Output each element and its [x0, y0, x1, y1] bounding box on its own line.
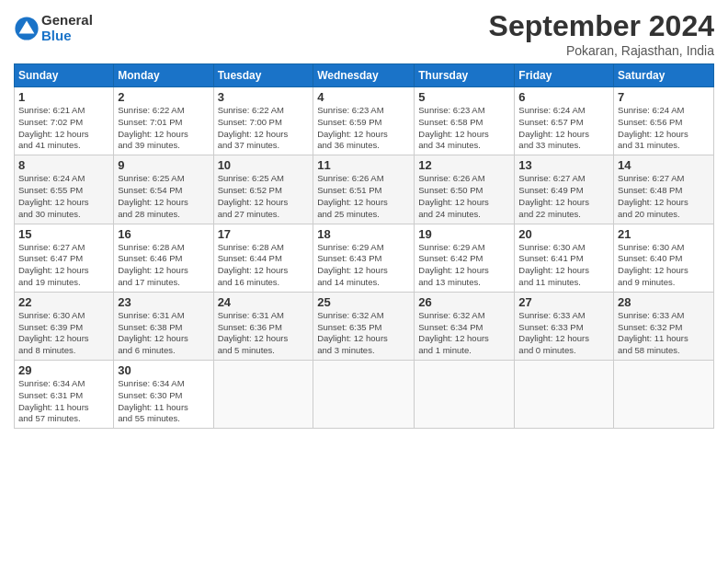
- day-cell: 2Sunrise: 6:22 AM Sunset: 7:01 PM Daylig…: [114, 87, 213, 155]
- day-cell: 10Sunrise: 6:25 AM Sunset: 6:52 PM Dayli…: [213, 155, 313, 224]
- day-info: Sunrise: 6:27 AM Sunset: 6:47 PM Dayligh…: [18, 242, 109, 289]
- day-info: Sunrise: 6:28 AM Sunset: 6:46 PM Dayligh…: [118, 242, 209, 289]
- week-row-3: 15Sunrise: 6:27 AM Sunset: 6:47 PM Dayli…: [15, 224, 714, 292]
- header-friday: Friday: [515, 64, 614, 87]
- day-info: Sunrise: 6:27 AM Sunset: 6:48 PM Dayligh…: [618, 173, 710, 220]
- day-info: Sunrise: 6:25 AM Sunset: 6:54 PM Dayligh…: [118, 173, 209, 220]
- day-number: 14: [618, 158, 710, 172]
- day-number: 4: [317, 90, 410, 104]
- day-number: 15: [18, 227, 109, 241]
- day-number: 26: [418, 295, 510, 309]
- day-cell: 24Sunrise: 6:31 AM Sunset: 6:36 PM Dayli…: [213, 292, 313, 360]
- week-row-2: 8Sunrise: 6:24 AM Sunset: 6:55 PM Daylig…: [15, 155, 714, 224]
- day-number: 1: [18, 90, 109, 104]
- day-cell: 11Sunrise: 6:26 AM Sunset: 6:51 PM Dayli…: [313, 155, 415, 224]
- day-info: Sunrise: 6:29 AM Sunset: 6:42 PM Dayligh…: [418, 242, 510, 289]
- day-info: Sunrise: 6:23 AM Sunset: 6:58 PM Dayligh…: [418, 105, 510, 152]
- day-cell: 13Sunrise: 6:27 AM Sunset: 6:49 PM Dayli…: [515, 155, 614, 224]
- day-cell: 8Sunrise: 6:24 AM Sunset: 6:55 PM Daylig…: [15, 155, 114, 224]
- day-number: 27: [518, 295, 609, 309]
- day-cell: 23Sunrise: 6:31 AM Sunset: 6:38 PM Dayli…: [114, 292, 213, 360]
- day-number: 7: [618, 90, 710, 104]
- calendar-container: General Blue September 2024 Pokaran, Raj…: [0, 0, 728, 438]
- day-number: 22: [18, 295, 109, 309]
- day-info: Sunrise: 6:33 AM Sunset: 6:32 PM Dayligh…: [618, 310, 710, 357]
- day-cell: 14Sunrise: 6:27 AM Sunset: 6:48 PM Dayli…: [614, 155, 714, 224]
- day-cell: [213, 361, 313, 429]
- day-number: 10: [218, 158, 310, 172]
- day-info: Sunrise: 6:26 AM Sunset: 6:51 PM Dayligh…: [317, 173, 410, 220]
- week-row-4: 22Sunrise: 6:30 AM Sunset: 6:39 PM Dayli…: [15, 292, 714, 360]
- logo: General Blue: [14, 13, 93, 43]
- logo-icon: [14, 16, 40, 41]
- day-number: 12: [418, 158, 510, 172]
- header-tuesday: Tuesday: [213, 64, 313, 87]
- day-info: Sunrise: 6:30 AM Sunset: 6:39 PM Dayligh…: [18, 310, 109, 357]
- day-info: Sunrise: 6:34 AM Sunset: 6:30 PM Dayligh…: [118, 378, 209, 425]
- day-info: Sunrise: 6:31 AM Sunset: 6:38 PM Dayligh…: [118, 310, 209, 357]
- calendar-table: Sunday Monday Tuesday Wednesday Thursday…: [14, 63, 714, 429]
- day-number: 29: [18, 363, 109, 377]
- day-number: 24: [218, 295, 310, 309]
- day-number: 20: [518, 227, 609, 241]
- logo-general: General: [41, 12, 93, 28]
- day-cell: 16Sunrise: 6:28 AM Sunset: 6:46 PM Dayli…: [114, 224, 213, 292]
- day-cell: 18Sunrise: 6:29 AM Sunset: 6:43 PM Dayli…: [313, 224, 415, 292]
- day-number: 28: [618, 295, 710, 309]
- day-cell: 28Sunrise: 6:33 AM Sunset: 6:32 PM Dayli…: [614, 292, 714, 360]
- day-cell: 7Sunrise: 6:24 AM Sunset: 6:56 PM Daylig…: [614, 87, 714, 155]
- day-cell: 22Sunrise: 6:30 AM Sunset: 6:39 PM Dayli…: [15, 292, 114, 360]
- day-number: 30: [118, 363, 209, 377]
- day-cell: 17Sunrise: 6:28 AM Sunset: 6:44 PM Dayli…: [213, 224, 313, 292]
- week-row-1: 1Sunrise: 6:21 AM Sunset: 7:02 PM Daylig…: [15, 87, 714, 155]
- header-sunday: Sunday: [15, 64, 114, 87]
- header-wednesday: Wednesday: [313, 64, 415, 87]
- day-info: Sunrise: 6:23 AM Sunset: 6:59 PM Dayligh…: [317, 105, 410, 152]
- header-thursday: Thursday: [415, 64, 515, 87]
- day-number: 17: [218, 227, 310, 241]
- day-cell: 12Sunrise: 6:26 AM Sunset: 6:50 PM Dayli…: [415, 155, 515, 224]
- day-cell: 27Sunrise: 6:33 AM Sunset: 6:33 PM Dayli…: [515, 292, 614, 360]
- day-info: Sunrise: 6:32 AM Sunset: 6:35 PM Dayligh…: [317, 310, 410, 357]
- day-info: Sunrise: 6:24 AM Sunset: 6:56 PM Dayligh…: [618, 105, 710, 152]
- day-info: Sunrise: 6:34 AM Sunset: 6:31 PM Dayligh…: [18, 378, 109, 425]
- day-info: Sunrise: 6:22 AM Sunset: 7:01 PM Dayligh…: [118, 105, 209, 152]
- day-number: 23: [118, 295, 209, 309]
- day-cell: 20Sunrise: 6:30 AM Sunset: 6:41 PM Dayli…: [515, 224, 614, 292]
- day-cell: 30Sunrise: 6:34 AM Sunset: 6:30 PM Dayli…: [114, 361, 213, 429]
- day-number: 11: [317, 158, 410, 172]
- day-number: 18: [317, 227, 410, 241]
- title-block: September 2024 Pokaran, Rajasthan, India: [489, 9, 714, 58]
- header-row: General Blue September 2024 Pokaran, Raj…: [14, 9, 714, 58]
- day-info: Sunrise: 6:27 AM Sunset: 6:49 PM Dayligh…: [518, 173, 609, 220]
- day-info: Sunrise: 6:22 AM Sunset: 7:00 PM Dayligh…: [218, 105, 310, 152]
- day-info: Sunrise: 6:24 AM Sunset: 6:57 PM Dayligh…: [518, 105, 609, 152]
- day-info: Sunrise: 6:21 AM Sunset: 7:02 PM Dayligh…: [18, 105, 109, 152]
- day-info: Sunrise: 6:29 AM Sunset: 6:43 PM Dayligh…: [317, 242, 410, 289]
- day-cell: [515, 361, 614, 429]
- day-info: Sunrise: 6:25 AM Sunset: 6:52 PM Dayligh…: [218, 173, 310, 220]
- day-info: Sunrise: 6:33 AM Sunset: 6:33 PM Dayligh…: [518, 310, 609, 357]
- header-monday: Monday: [114, 64, 213, 87]
- logo-blue: Blue: [41, 28, 72, 43]
- day-cell: [415, 361, 515, 429]
- day-cell: 6Sunrise: 6:24 AM Sunset: 6:57 PM Daylig…: [515, 87, 614, 155]
- day-number: 25: [317, 295, 410, 309]
- day-info: Sunrise: 6:28 AM Sunset: 6:44 PM Dayligh…: [218, 242, 310, 289]
- day-info: Sunrise: 6:30 AM Sunset: 6:40 PM Dayligh…: [618, 242, 710, 289]
- day-cell: 21Sunrise: 6:30 AM Sunset: 6:40 PM Dayli…: [614, 224, 714, 292]
- day-cell: 29Sunrise: 6:34 AM Sunset: 6:31 PM Dayli…: [15, 361, 114, 429]
- day-info: Sunrise: 6:31 AM Sunset: 6:36 PM Dayligh…: [218, 310, 310, 357]
- day-info: Sunrise: 6:30 AM Sunset: 6:41 PM Dayligh…: [518, 242, 609, 289]
- week-row-5: 29Sunrise: 6:34 AM Sunset: 6:31 PM Dayli…: [15, 361, 714, 429]
- subtitle: Pokaran, Rajasthan, India: [489, 43, 714, 58]
- day-info: Sunrise: 6:32 AM Sunset: 6:34 PM Dayligh…: [418, 310, 510, 357]
- day-cell: 9Sunrise: 6:25 AM Sunset: 6:54 PM Daylig…: [114, 155, 213, 224]
- day-number: 13: [518, 158, 609, 172]
- day-cell: 5Sunrise: 6:23 AM Sunset: 6:58 PM Daylig…: [415, 87, 515, 155]
- day-cell: 26Sunrise: 6:32 AM Sunset: 6:34 PM Dayli…: [415, 292, 515, 360]
- day-number: 6: [518, 90, 609, 104]
- day-info: Sunrise: 6:24 AM Sunset: 6:55 PM Dayligh…: [18, 173, 109, 220]
- day-number: 16: [118, 227, 209, 241]
- day-cell: 1Sunrise: 6:21 AM Sunset: 7:02 PM Daylig…: [15, 87, 114, 155]
